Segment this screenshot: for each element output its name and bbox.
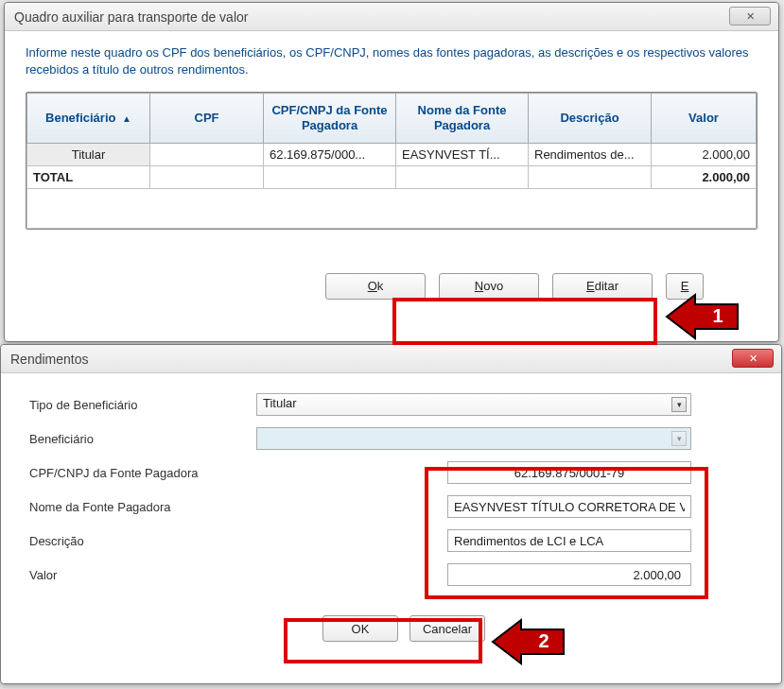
cell-cpfcnpj: 62.169.875/000... [264,143,396,165]
chevron-down-icon: ▾ [671,431,687,446]
close-icon: ✕ [749,353,758,365]
col-cpf[interactable]: CPF [150,94,264,143]
total-valor: 2.000,00 [652,165,757,188]
valor-input[interactable] [447,563,691,586]
rend-title: Rendimentos [10,352,89,367]
label-cpfcnpj: CPF/CNPJ da Fonte Pagadora [29,466,256,480]
col-cpfcnpj[interactable]: CPF/CNPJ da Fonte Pagadora [264,94,396,143]
tipo-combo[interactable]: Titular ▾ [256,393,691,416]
nome-input[interactable] [447,495,691,518]
intro-text: Informe neste quadro os CPF dos benefici… [26,44,758,78]
cell-nome: EASYNVEST TÍ... [396,143,529,165]
header-row: Beneficiário ▲ CPF CPF/CNPJ da Fonte Pag… [27,94,757,143]
rendimentos-window: Rendimentos ✕ Tipo de Beneficiário Titul… [0,344,782,684]
grid: Beneficiário ▲ CPF CPF/CNPJ da Fonte Pag… [26,92,758,229]
label-beneficiario: Beneficiário [29,432,256,446]
label-descricao: Descrição [29,534,256,548]
chevron-down-icon: ▾ [671,397,687,412]
table-row[interactable]: Titular 62.169.875/000... EASYNVEST TÍ..… [27,143,757,165]
label-valor: Valor [29,568,256,582]
button-row: Ok Novo Editar E [26,273,758,300]
total-label: TOTAL [27,165,150,188]
ok-button[interactable]: Ok [325,273,426,300]
aux-window: Quadro auxiliar para transporte de valor… [4,2,779,342]
label-tipo: Tipo de Beneficiário [29,398,256,412]
aux-titlebar: Quadro auxiliar para transporte de valor… [5,3,778,31]
close-icon: ✕ [746,10,755,23]
aux-title: Quadro auxiliar para transporte de valor [14,9,248,25]
beneficiario-combo: ▾ [256,427,691,450]
rend-form: Tipo de Beneficiário Titular ▾ Beneficiá… [1,373,781,651]
editar-button[interactable]: Editar [552,273,653,300]
cell-cpf [150,143,264,165]
close-button[interactable]: ✕ [732,349,774,368]
cell-beneficiario: Titular [27,143,150,165]
col-valor[interactable]: Valor [652,94,757,143]
cpfcnpj-input[interactable] [447,461,691,484]
sort-up-icon: ▲ [122,113,131,124]
rend-button-row: OK Cancelar [29,615,753,642]
tipo-value: Titular [263,396,297,410]
col-nome[interactable]: Nome da Fonte Pagadora [396,94,529,143]
col-beneficiario[interactable]: Beneficiário ▲ [27,94,150,143]
empty-row [27,188,757,228]
close-button[interactable]: ✕ [729,7,771,26]
extra-button[interactable]: E [666,273,704,300]
descricao-input[interactable] [447,529,691,552]
cancelar-button[interactable]: Cancelar [409,615,485,642]
rend-titlebar: Rendimentos ✕ [1,345,781,373]
cell-descricao: Rendimentos de... [529,143,652,165]
novo-button[interactable]: Novo [439,273,539,300]
ok-button[interactable]: OK [322,615,398,642]
cell-valor: 2.000,00 [652,143,757,165]
aux-content: Informe neste quadro os CPF dos benefici… [5,31,778,313]
label-nome: Nome da Fonte Pagadora [29,500,256,514]
total-row: TOTAL 2.000,00 [27,165,757,188]
col-descricao[interactable]: Descrição [529,94,652,143]
